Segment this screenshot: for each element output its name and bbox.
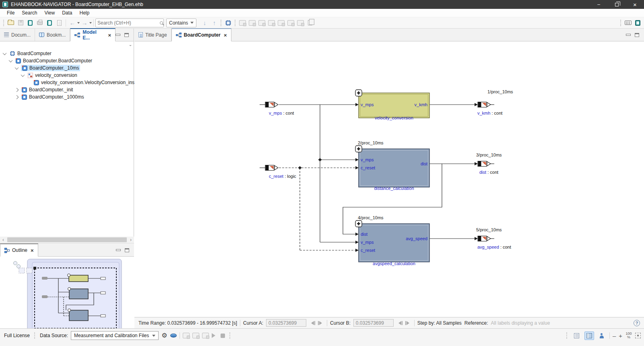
chevron-collapsed-icon[interactable] <box>15 88 19 92</box>
zoom-in-button[interactable]: + <box>619 332 622 339</box>
signal-label[interactable]: v_kmh : cont <box>477 111 502 115</box>
close-tab-icon[interactable]: × <box>224 32 227 38</box>
scroll-right-icon[interactable]: › <box>128 237 134 243</box>
cut-label-button[interactable] <box>266 18 276 28</box>
cursor-b-step-forward-button[interactable] <box>405 321 411 325</box>
navigate-forward-button[interactable]: → <box>80 18 89 28</box>
scrollbar-thumb[interactable] <box>7 237 127 242</box>
signal-label[interactable]: v_mps : cont <box>269 111 294 115</box>
open-handbook-button[interactable] <box>25 18 35 28</box>
data-disc-icon[interactable] <box>170 334 177 338</box>
copy-view-button[interactable] <box>305 18 315 28</box>
open-file-button[interactable] <box>6 18 16 28</box>
minimize-view-button[interactable] <box>626 34 631 36</box>
reset-labels-button[interactable] <box>295 18 305 28</box>
cursor-a-input[interactable] <box>266 319 306 327</box>
chevron-expanded-icon[interactable] <box>15 66 19 70</box>
tree-item-boardcomputer-boardcomputer[interactable]: BoardComputer.BoardComputer <box>0 57 134 64</box>
signal-sink-avg-speed[interactable] <box>478 236 494 241</box>
cursor-a-step-back-button[interactable] <box>309 321 315 325</box>
view-document-button[interactable] <box>572 332 582 340</box>
navigate-forward-menu-button[interactable] <box>89 22 92 25</box>
tab-title-page[interactable]: Title Page <box>134 29 171 41</box>
tree-horizontal-scrollbar[interactable]: ‹ › <box>0 237 134 243</box>
close-tab-icon[interactable]: × <box>31 247 34 253</box>
search-previous-button[interactable]: ↑ <box>209 18 219 28</box>
chevron-expanded-icon[interactable] <box>9 58 13 62</box>
search-next-button[interactable]: ↓ <box>200 18 209 28</box>
tree-item-velocityconversion-inst[interactable]: velocity_conversion.VelocityConversion_i… <box>0 79 134 86</box>
outline-thumbnail[interactable] <box>0 257 134 328</box>
tab-documents[interactable]: Docum... <box>0 29 35 41</box>
tab-bookmarks[interactable]: Bookm... <box>35 29 70 41</box>
model-explorer-button[interactable] <box>223 18 233 28</box>
chevron-expanded-icon[interactable] <box>3 51 7 55</box>
block-velocity-conversion[interactable]: v_mps v_kmh <box>359 93 429 118</box>
view-cockpit-button[interactable] <box>597 332 607 340</box>
remove-label-button[interactable] <box>257 18 266 28</box>
cursor-b-step-back-button[interactable] <box>396 321 402 325</box>
maximize-view-button[interactable] <box>124 33 129 37</box>
navigate-back-button[interactable]: ← <box>68 18 77 28</box>
signal-label[interactable]: dist : cont <box>479 170 498 175</box>
signal-source-c-reset[interactable] <box>260 165 278 171</box>
data-source-dropdown[interactable]: Measurement and Calibration Files <box>71 331 159 340</box>
print-button[interactable] <box>35 18 45 28</box>
export-pdf-button[interactable] <box>54 18 64 28</box>
tab-boardcomputer[interactable]: BoardComputer × <box>171 28 231 41</box>
add-label-button[interactable] <box>237 18 247 28</box>
close-tab-icon[interactable]: × <box>108 32 111 38</box>
restore-button[interactable] <box>608 0 626 9</box>
expand-block-button[interactable] <box>355 146 362 152</box>
tree-item-init[interactable]: BoardComputer._init <box>0 86 134 93</box>
maximize-view-button[interactable] <box>635 33 639 37</box>
experiment-window-icon[interactable] <box>202 333 209 338</box>
block-avgspeed-calculation[interactable]: dist v_mps c_reset avg_speed <box>359 224 429 262</box>
detach-window-button[interactable] <box>633 18 642 28</box>
expand-block-button[interactable] <box>355 90 362 96</box>
menu-help[interactable]: Help <box>76 9 93 17</box>
minimize-view-button[interactable] <box>116 34 120 36</box>
fit-to-screen-icon[interactable] <box>635 333 641 338</box>
measure-window-icon[interactable] <box>183 333 190 338</box>
tree-item-10ms[interactable]: BoardComputer._10ms <box>0 64 134 72</box>
export-labels-button[interactable] <box>286 18 295 28</box>
tree-item-velocity-conversion[interactable]: velocity_conversion <box>0 72 134 79</box>
add-all-labels-button[interactable] <box>247 18 257 28</box>
menu-data[interactable]: Data <box>58 9 76 17</box>
chevron-expanded-icon[interactable] <box>21 73 25 77</box>
signal-sink-dist[interactable] <box>478 161 494 167</box>
cursor-a-step-forward-button[interactable] <box>318 321 324 325</box>
import-labels-button[interactable] <box>276 18 286 28</box>
close-button[interactable]: × <box>626 0 644 9</box>
zoom-100-button[interactable]: 100 % <box>625 332 632 339</box>
menu-file[interactable]: File <box>3 9 18 17</box>
calibration-window-icon[interactable] <box>192 333 199 338</box>
signal-label[interactable]: avg_speed : cont <box>477 245 511 249</box>
start-measurement-icon[interactable] <box>212 333 218 338</box>
view-split-button[interactable] <box>584 332 594 340</box>
search-input[interactable] <box>97 20 160 26</box>
cursor-b-input[interactable] <box>353 319 394 327</box>
scroll-left-icon[interactable]: ‹ <box>0 237 6 243</box>
tab-outline[interactable]: Outline × <box>0 243 38 257</box>
search-mode-dropdown[interactable]: Contains <box>166 19 196 27</box>
stop-measurement-icon[interactable] <box>221 334 225 338</box>
menu-view[interactable]: View <box>41 9 58 17</box>
minimize-view-button[interactable] <box>116 249 121 251</box>
virtual-keyboard-button[interactable] <box>623 18 633 28</box>
expand-block-button[interactable] <box>355 220 362 227</box>
block-distance-calculation[interactable]: v_mps c_reset dist <box>359 149 429 187</box>
chevron-collapsed-icon[interactable] <box>15 95 19 99</box>
minimize-button[interactable]: – <box>590 0 608 9</box>
maximize-view-button[interactable] <box>125 248 129 252</box>
signal-source-v-mps[interactable] <box>260 102 278 107</box>
settings-gear-icon[interactable]: ⚙ <box>161 332 167 339</box>
export-handbook-button[interactable] <box>45 18 54 28</box>
zoom-out-button[interactable]: – <box>613 332 616 339</box>
tree-item-boardcomputer[interactable]: BoardComputer <box>0 50 134 57</box>
menu-search[interactable]: Search <box>18 9 41 17</box>
tab-model-explorer[interactable]: Model E... × <box>70 28 116 41</box>
tree-item-1000ms[interactable]: BoardComputer._1000ms <box>0 93 134 101</box>
diagram-canvas[interactable]: v_mps : cont c_reset : logic v_mps v_kmh… <box>134 41 644 317</box>
